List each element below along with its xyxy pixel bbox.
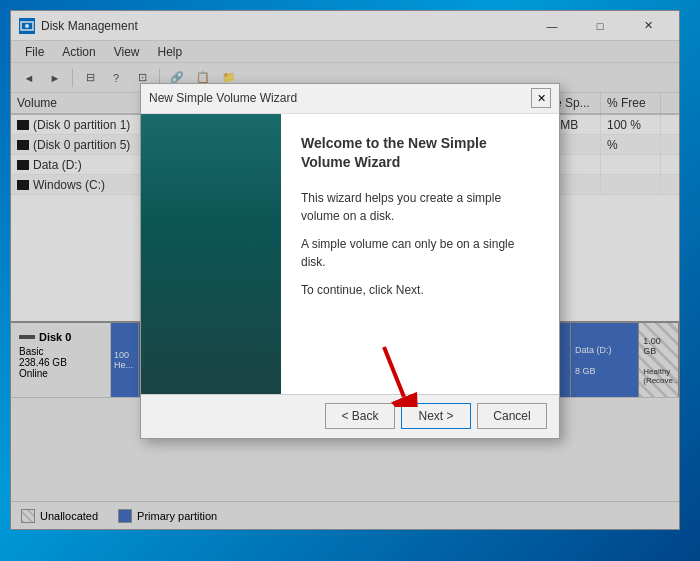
dialog-footer: < Back Next > Cancel bbox=[141, 394, 559, 438]
dialog-heading: Welcome to the New Simple Volume Wizard bbox=[301, 134, 539, 173]
dialog-text-3: To continue, click Next. bbox=[301, 281, 539, 299]
dialog-overlay: New Simple Volume Wizard ✕ Welcome to th… bbox=[0, 0, 700, 561]
next-button[interactable]: Next > bbox=[401, 403, 471, 429]
dialog-right-panel: Welcome to the New Simple Volume Wizard … bbox=[281, 114, 559, 394]
dialog-left-panel bbox=[141, 114, 281, 394]
dialog-title: New Simple Volume Wizard bbox=[149, 91, 297, 105]
wizard-dialog: New Simple Volume Wizard ✕ Welcome to th… bbox=[140, 83, 560, 439]
dialog-title-bar: New Simple Volume Wizard ✕ bbox=[141, 84, 559, 114]
back-button[interactable]: < Back bbox=[325, 403, 395, 429]
dialog-close-button[interactable]: ✕ bbox=[531, 88, 551, 108]
dialog-text-1: This wizard helps you create a simple vo… bbox=[301, 189, 539, 225]
dialog-text-2: A simple volume can only be on a single … bbox=[301, 235, 539, 271]
dialog-body: Welcome to the New Simple Volume Wizard … bbox=[141, 114, 559, 394]
cancel-button[interactable]: Cancel bbox=[477, 403, 547, 429]
